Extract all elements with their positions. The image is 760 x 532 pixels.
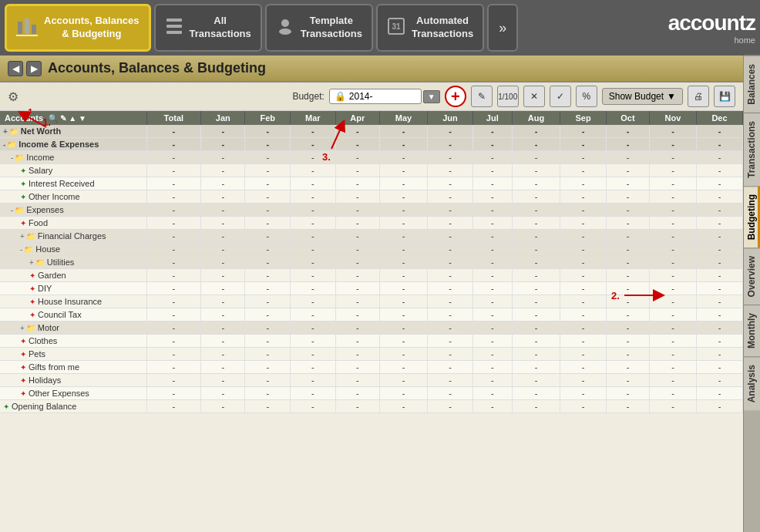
cell-value[interactable]: - [379, 190, 427, 204]
cell-value[interactable]: - [201, 400, 245, 413]
cell-value[interactable]: - [379, 204, 427, 217]
cell-value[interactable]: - [697, 125, 743, 138]
cell-value[interactable]: - [560, 243, 607, 256]
cell-value[interactable]: - [472, 400, 512, 413]
cell-value[interactable]: - [512, 230, 560, 243]
cell-value[interactable]: - [560, 387, 607, 400]
cell-value[interactable]: - [472, 217, 512, 230]
cell-value[interactable]: - [245, 138, 291, 151]
cell-value[interactable]: - [201, 295, 245, 308]
cell-value[interactable]: - [245, 322, 291, 335]
cell-value[interactable]: - [512, 361, 560, 374]
cell-value[interactable]: - [649, 308, 696, 322]
cell-value[interactable]: - [428, 256, 473, 269]
cell-value[interactable]: - [428, 295, 473, 308]
cell-value[interactable]: - [560, 256, 607, 269]
cell-value[interactable]: - [201, 217, 245, 230]
cell-value[interactable]: - [201, 177, 245, 190]
cell-value[interactable]: - [649, 361, 696, 374]
cell-value[interactable]: - [379, 374, 427, 387]
cell-value[interactable]: - [335, 138, 379, 151]
cell-value[interactable]: - [560, 230, 607, 243]
cell-value[interactable]: - [245, 190, 291, 204]
cell-value[interactable]: - [201, 308, 245, 322]
sidebar-tab-monthly[interactable]: Monthly [744, 305, 760, 356]
cell-value[interactable]: - [146, 295, 201, 308]
cell-value[interactable]: - [472, 282, 512, 295]
cell-value[interactable]: - [335, 204, 379, 217]
cell-value[interactable]: - [146, 177, 201, 190]
search-icon[interactable]: 🔍 [49, 114, 58, 123]
cell-value[interactable]: - [379, 400, 427, 413]
cell-value[interactable]: - [379, 269, 427, 282]
cell-value[interactable]: - [560, 374, 607, 387]
cell-value[interactable]: - [697, 138, 743, 151]
cell-value[interactable]: - [606, 400, 649, 413]
cell-value[interactable]: - [291, 190, 336, 204]
cell-value[interactable]: - [560, 400, 607, 413]
cell-value[interactable]: - [291, 361, 336, 374]
cell-value[interactable]: - [560, 177, 607, 190]
cell-value[interactable]: - [697, 361, 743, 374]
cell-value[interactable]: - [697, 243, 743, 256]
cell-value[interactable]: - [201, 322, 245, 335]
cell-value[interactable]: - [379, 387, 427, 400]
cell-value[interactable]: - [697, 282, 743, 295]
cell-value[interactable]: - [649, 138, 696, 151]
cell-value[interactable]: - [428, 164, 473, 177]
cell-value[interactable]: - [146, 256, 201, 269]
sidebar-tab-balances[interactable]: Balances [744, 56, 760, 113]
cell-value[interactable]: - [512, 190, 560, 204]
cell-value[interactable]: - [428, 361, 473, 374]
cell-value[interactable]: - [245, 125, 291, 138]
cell-value[interactable]: - [379, 125, 427, 138]
cell-value[interactable]: - [649, 164, 696, 177]
cell-value[interactable]: - [146, 164, 201, 177]
cell-value[interactable]: - [606, 348, 649, 361]
cell-value[interactable]: - [291, 400, 336, 413]
cell-value[interactable]: - [291, 164, 336, 177]
cell-value[interactable]: - [201, 282, 245, 295]
cell-value[interactable]: - [606, 243, 649, 256]
cell-value[interactable]: - [606, 151, 649, 164]
cell-value[interactable]: - [560, 322, 607, 335]
cell-value[interactable]: - [379, 361, 427, 374]
cell-value[interactable]: - [146, 230, 201, 243]
cell-value[interactable]: - [697, 322, 743, 335]
cell-value[interactable]: - [512, 138, 560, 151]
cell-value[interactable]: - [560, 282, 607, 295]
cell-value[interactable]: - [606, 374, 649, 387]
cell-value[interactable]: - [379, 151, 427, 164]
cell-value[interactable]: - [512, 243, 560, 256]
cell-value[interactable]: - [245, 335, 291, 348]
cell-value[interactable]: - [606, 322, 649, 335]
cell-value[interactable]: - [335, 269, 379, 282]
cell-value[interactable]: - [291, 230, 336, 243]
cell-value[interactable]: - [606, 177, 649, 190]
clear-btn[interactable]: ✕ [523, 86, 545, 107]
cell-value[interactable]: - [697, 177, 743, 190]
cell-value[interactable]: - [335, 125, 379, 138]
cell-value[interactable]: - [291, 256, 336, 269]
cell-value[interactable]: - [472, 164, 512, 177]
cell-value[interactable]: - [245, 361, 291, 374]
cell-value[interactable]: - [606, 256, 649, 269]
cell-value[interactable]: - [512, 269, 560, 282]
cell-value[interactable]: - [291, 335, 336, 348]
cell-value[interactable]: - [291, 308, 336, 322]
cell-value[interactable]: - [245, 256, 291, 269]
cell-value[interactable]: - [428, 138, 473, 151]
cell-value[interactable]: - [428, 243, 473, 256]
cell-value[interactable]: - [697, 335, 743, 348]
cell-value[interactable]: - [606, 295, 649, 308]
cell-value[interactable]: - [291, 282, 336, 295]
cell-value[interactable]: - [146, 387, 201, 400]
cell-value[interactable]: - [245, 387, 291, 400]
cell-value[interactable]: - [472, 125, 512, 138]
cell-value[interactable]: - [245, 348, 291, 361]
gear-button[interactable]: ⚙ [8, 89, 18, 104]
cell-value[interactable]: - [335, 164, 379, 177]
cell-value[interactable]: - [245, 204, 291, 217]
cell-value[interactable]: - [472, 322, 512, 335]
cell-value[interactable]: - [512, 374, 560, 387]
